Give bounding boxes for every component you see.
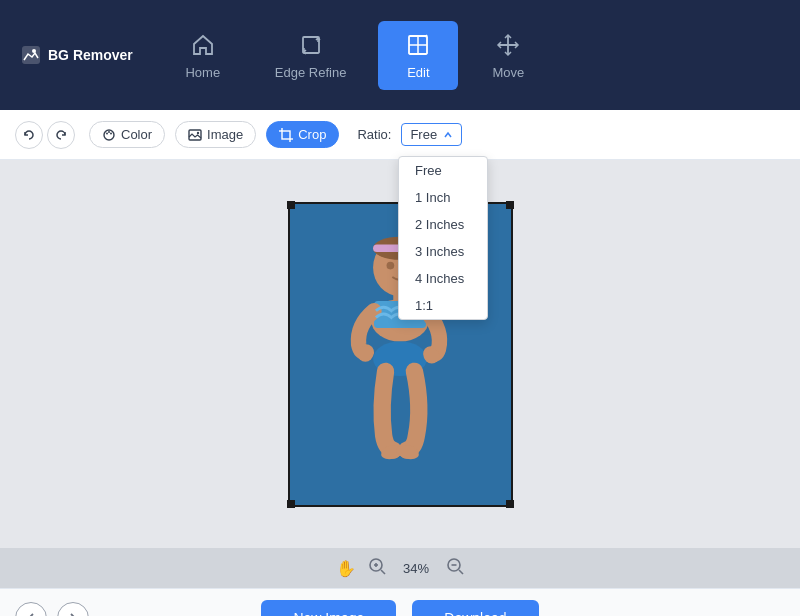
svg-point-1: [32, 49, 36, 53]
crop-icon: [279, 128, 293, 142]
footer-nav: [15, 602, 89, 617]
toolbar: Color Image Crop Ratio: Free Free 1 Inch…: [0, 110, 800, 160]
app-name-label: BG Remover: [48, 47, 133, 63]
nav-item-home[interactable]: Home: [163, 21, 243, 90]
zoom-bar: ✋ 34%: [0, 548, 800, 588]
logo-icon: [20, 44, 42, 66]
nav-item-edit[interactable]: Edit: [378, 21, 458, 90]
zoom-in-icon[interactable]: [368, 557, 386, 579]
ratio-select[interactable]: Free: [401, 123, 462, 146]
footer: New Image Download: [0, 588, 800, 616]
crop-handle-tr[interactable]: [506, 201, 514, 209]
crop-handle-br[interactable]: [506, 500, 514, 508]
new-image-button[interactable]: New Image: [261, 600, 396, 617]
crop-button[interactable]: Crop: [266, 121, 339, 148]
color-button[interactable]: Color: [89, 121, 165, 148]
zoom-percent: 34%: [398, 561, 434, 576]
ratio-dropdown: Free 1 Inch 2 Inches 3 Inches 4 Inches 1…: [398, 156, 488, 320]
next-button[interactable]: [57, 602, 89, 617]
svg-line-36: [459, 570, 463, 574]
crop-handle-tl[interactable]: [287, 201, 295, 209]
ratio-option-3inches[interactable]: 3 Inches: [399, 238, 487, 265]
edge-refine-icon: [297, 31, 325, 59]
chevron-right-icon: [67, 612, 79, 617]
svg-point-20: [387, 262, 395, 270]
crop-handle-bl[interactable]: [287, 500, 295, 508]
nav-edit-label: Edit: [407, 65, 429, 80]
nav-item-move[interactable]: Move: [468, 21, 548, 90]
ratio-option-4inches[interactable]: 4 Inches: [399, 265, 487, 292]
home-icon: [189, 31, 217, 59]
svg-point-27: [424, 348, 439, 363]
nav-home-label: Home: [185, 65, 220, 80]
ratio-selected-value: Free: [410, 127, 437, 142]
hand-icon[interactable]: ✋: [336, 559, 356, 578]
ratio-option-1inch[interactable]: 1 Inch: [399, 184, 487, 211]
app-logo: BG Remover: [20, 44, 133, 66]
svg-point-8: [110, 132, 112, 134]
image-label: Image: [207, 127, 243, 142]
svg-rect-12: [282, 131, 290, 139]
color-icon: [102, 128, 116, 142]
chevron-up-icon: [443, 130, 453, 140]
chevron-left-icon: [25, 612, 37, 617]
nav-edge-refine-label: Edge Refine: [275, 65, 347, 80]
ratio-option-2inches[interactable]: 2 Inches: [399, 211, 487, 238]
nav-item-edge-refine[interactable]: Edge Refine: [253, 21, 369, 90]
app-header: BG Remover Home Edge Refine: [0, 0, 800, 110]
svg-point-11: [197, 131, 199, 133]
zoom-out-icon[interactable]: [446, 557, 464, 579]
color-label: Color: [121, 127, 152, 142]
undo-redo-group: [15, 121, 75, 149]
redo-button[interactable]: [47, 121, 75, 149]
undo-button[interactable]: [15, 121, 43, 149]
svg-point-26: [358, 346, 373, 361]
prev-button[interactable]: [15, 602, 47, 617]
image-icon: [188, 128, 202, 142]
ratio-label: Ratio:: [357, 127, 391, 142]
svg-point-9: [108, 131, 110, 133]
svg-rect-0: [22, 46, 40, 64]
download-button[interactable]: Download: [412, 600, 538, 617]
ratio-option-free[interactable]: Free: [399, 157, 487, 184]
edit-icon: [404, 31, 432, 59]
svg-point-7: [106, 132, 108, 134]
crop-label: Crop: [298, 127, 326, 142]
svg-line-33: [381, 570, 385, 574]
ratio-option-1-1[interactable]: 1:1: [399, 292, 487, 319]
move-icon: [494, 31, 522, 59]
nav-move-label: Move: [492, 65, 524, 80]
image-button[interactable]: Image: [175, 121, 256, 148]
